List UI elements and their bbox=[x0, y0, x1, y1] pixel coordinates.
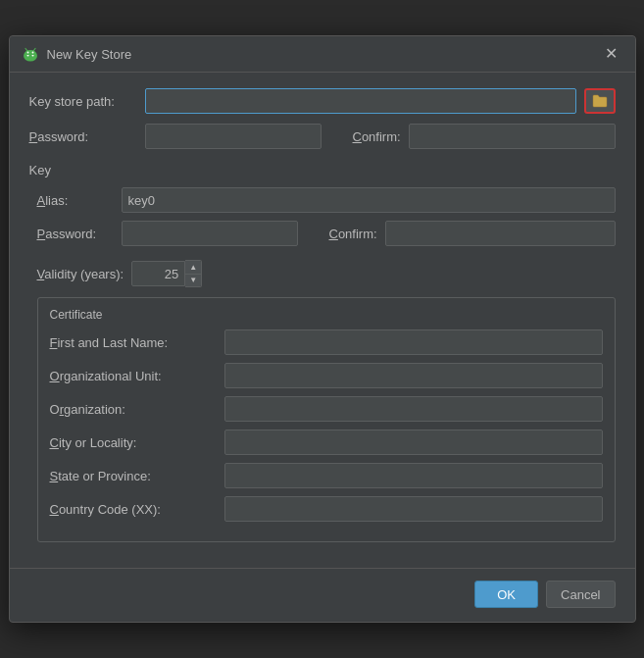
cert-label-country: Country Code (XX): bbox=[50, 502, 217, 517]
cert-label-name: First and Last Name: bbox=[50, 335, 217, 350]
cert-row-state: State or Province: bbox=[50, 463, 603, 488]
cert-row-orgunit: Organizational Unit: bbox=[50, 363, 603, 388]
alias-label: Alias: bbox=[37, 193, 114, 208]
spinner-buttons: ▲ ▼ bbox=[185, 260, 202, 287]
cert-label-state: State or Province: bbox=[50, 469, 217, 483]
key-password-input[interactable] bbox=[122, 221, 298, 246]
key-section-inner: Alias: key0 Password: Confirm: Val bbox=[29, 187, 616, 542]
key-password-label: Password: bbox=[37, 227, 114, 241]
cert-row-country: Country Code (XX): bbox=[50, 496, 603, 522]
spinner-down-button[interactable]: ▼ bbox=[185, 274, 201, 286]
dialog-footer: OK Cancel bbox=[10, 568, 635, 622]
cert-row-city: City or Locality: bbox=[50, 430, 603, 455]
key-confirm-input[interactable] bbox=[385, 221, 616, 246]
title-bar-left: New Key Store bbox=[22, 45, 132, 63]
alias-row: Alias: key0 bbox=[37, 187, 616, 213]
browse-button[interactable] bbox=[584, 88, 616, 114]
svg-point-7 bbox=[31, 52, 33, 54]
validity-row: Validity (years): ▲ ▼ bbox=[37, 260, 616, 287]
title-bar: New Key Store ✕ bbox=[10, 36, 635, 73]
certificate-group: Certificate First and Last Name: Organiz… bbox=[37, 297, 616, 542]
cert-label-orgunit: Organizational Unit: bbox=[50, 369, 217, 383]
cert-input-orgunit[interactable] bbox=[224, 363, 603, 388]
top-password-input[interactable] bbox=[145, 124, 322, 149]
cert-input-country[interactable] bbox=[224, 496, 603, 522]
key-section-label: Key bbox=[29, 163, 616, 177]
top-confirm-input[interactable] bbox=[409, 124, 616, 149]
validity-spinner: ▲ ▼ bbox=[131, 260, 202, 287]
validity-label: Validity (years): bbox=[37, 267, 124, 281]
key-section: Key Alias: key0 Password: Confirm: bbox=[29, 163, 616, 542]
keystore-path-input[interactable] bbox=[145, 88, 576, 114]
cancel-button[interactable]: Cancel bbox=[546, 581, 615, 608]
dialog-body: Key store path: Password: Confirm: Key bbox=[10, 73, 635, 564]
top-password-label: Password: bbox=[29, 129, 137, 144]
cert-input-name[interactable] bbox=[224, 329, 603, 355]
top-confirm-label: Confirm: bbox=[353, 129, 401, 144]
key-password-row: Password: Confirm: bbox=[37, 221, 616, 246]
alias-input[interactable]: key0 bbox=[122, 187, 616, 213]
close-button[interactable]: ✕ bbox=[599, 44, 623, 64]
key-confirm-label: Confirm: bbox=[329, 227, 377, 241]
cert-input-state[interactable] bbox=[224, 463, 603, 488]
dialog-title: New Key Store bbox=[47, 47, 132, 62]
svg-point-6 bbox=[26, 52, 28, 54]
android-icon bbox=[22, 45, 39, 63]
keystore-path-row: Key store path: bbox=[29, 88, 616, 114]
ok-button[interactable]: OK bbox=[474, 581, 538, 608]
cert-row-name: First and Last Name: bbox=[50, 329, 603, 355]
folder-icon bbox=[592, 94, 608, 108]
cert-input-city[interactable] bbox=[224, 430, 603, 455]
new-key-store-dialog: New Key Store ✕ Key store path: Password… bbox=[9, 35, 636, 623]
cert-row-org: Organization: bbox=[50, 396, 603, 422]
keystore-path-label: Key store path: bbox=[29, 94, 137, 109]
validity-input[interactable] bbox=[131, 261, 185, 286]
certificate-legend: Certificate bbox=[50, 308, 603, 322]
cert-input-org[interactable] bbox=[224, 396, 603, 422]
cert-label-city: City or Locality: bbox=[50, 435, 217, 450]
spinner-up-button[interactable]: ▲ bbox=[185, 261, 201, 274]
top-password-row: Password: Confirm: bbox=[29, 124, 616, 149]
cert-label-org: Organization: bbox=[50, 402, 217, 417]
